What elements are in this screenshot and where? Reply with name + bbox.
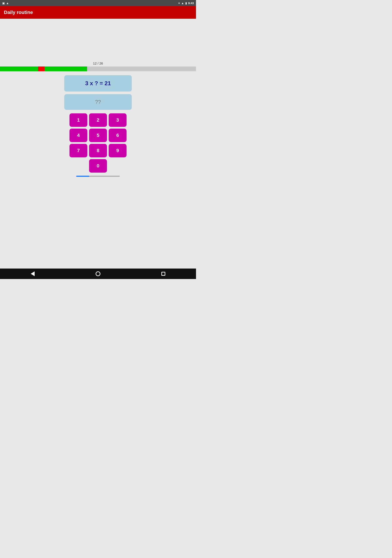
timer-slider-fill [76,176,89,177]
numpad-row-4: 0 [89,159,107,173]
signal-icon: ▲ [181,1,184,5]
numpad-btn-3[interactable]: 3 [109,113,127,127]
status-bar: ▣ ▲ ▾ ▲ ▮ 9:43 [0,0,196,6]
question-text: 3 x ? = 21 [85,80,111,87]
wifi-icon: ▾ [178,1,180,5]
progress-label: 12 / 26 [93,61,103,65]
numpad-row-2: 4 5 6 [69,129,127,142]
numpad-btn-9[interactable]: 9 [109,144,127,157]
main-content: 12 / 26 3 x ? = 21 ?? 1 2 3 4 5 6 7 8 9 [0,19,196,269]
battery-icon: ▮ [185,1,187,5]
status-bar-right: ▾ ▲ ▮ 9:43 [178,1,194,5]
answer-card: ?? [64,94,132,110]
numpad-btn-2[interactable]: 2 [89,113,107,127]
numpad-btn-5[interactable]: 5 [89,129,107,142]
app-bar: Daily routine [0,6,196,19]
recent-icon [161,272,165,276]
app-title: Daily routine [4,9,33,15]
progress-section: 12 / 26 [0,61,196,71]
numpad-row-3: 7 8 9 [69,144,127,157]
question-card: 3 x ? = 21 [64,75,132,92]
status-bar-left: ▣ ▲ [2,1,9,5]
numpad-btn-4[interactable]: 4 [69,129,87,142]
timer-slider-track [76,176,120,177]
numpad: 1 2 3 4 5 6 7 8 9 0 [69,113,127,173]
home-icon [96,271,100,276]
nav-recent-button[interactable] [159,270,168,278]
nav-back-button[interactable] [28,270,37,278]
answer-placeholder: ?? [95,99,101,105]
sim-icon: ▣ [2,1,5,5]
nav-bar [0,269,196,279]
progress-bar-green-left [0,67,38,71]
numpad-btn-7[interactable]: 7 [69,144,87,157]
numpad-btn-1[interactable]: 1 [69,113,87,127]
numpad-btn-8[interactable]: 8 [89,144,107,157]
progress-bar-red [38,67,45,71]
numpad-btn-0[interactable]: 0 [89,159,107,173]
notification-icon: ▲ [6,1,9,5]
timer-slider[interactable] [76,176,120,177]
nav-home-button[interactable] [94,270,102,278]
status-time: 9:43 [188,1,194,5]
numpad-row-1: 1 2 3 [69,113,127,127]
back-icon [31,271,35,276]
progress-bar-green-right [45,67,87,71]
numpad-btn-6[interactable]: 6 [109,129,127,142]
progress-bar [0,67,196,71]
